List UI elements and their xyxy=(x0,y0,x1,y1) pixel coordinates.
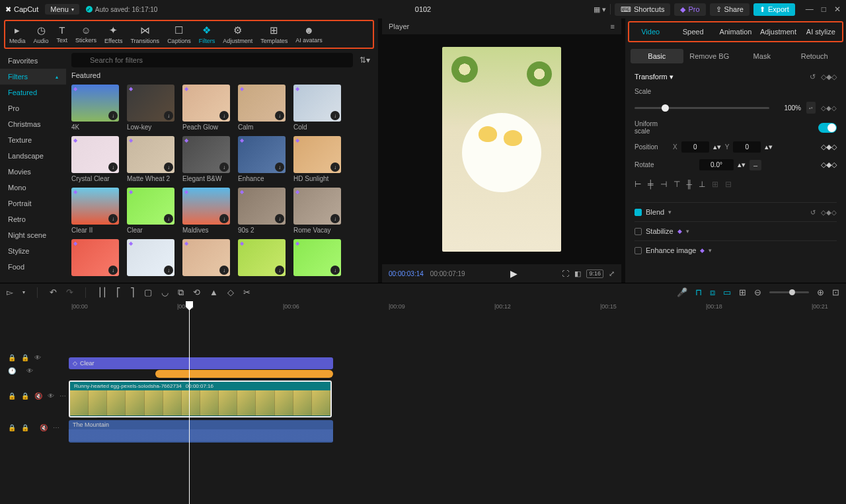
prop-tab-animation[interactable]: Animation xyxy=(714,22,757,41)
export-button[interactable]: ⬆ Export xyxy=(753,3,795,16)
filter-item[interactable]: ◆↓ xyxy=(182,239,230,276)
filter-item[interactable]: ◆↓Cold xyxy=(293,85,341,131)
tab-templates[interactable]: ⊞Templates xyxy=(256,23,291,46)
app-logo[interactable]: ✖CapCut xyxy=(5,5,38,14)
fit-icon[interactable]: ⊡ xyxy=(832,287,839,297)
undo-icon[interactable]: ↶ xyxy=(50,287,57,297)
align-right-icon[interactable]: ⊣ xyxy=(660,180,667,189)
filter-item[interactable]: ◆↓ xyxy=(127,239,174,276)
filter-item[interactable]: ◆↓ xyxy=(238,239,286,276)
prop-tab-adjustment[interactable]: Adjustment xyxy=(757,22,799,41)
position-x-input[interactable] xyxy=(681,141,709,153)
pos-x-spinner[interactable]: ▴▾ xyxy=(713,143,721,151)
align-center-h-icon[interactable]: ╪ xyxy=(648,180,654,189)
clip-audio[interactable]: The Mountain xyxy=(69,420,333,443)
minimize-icon[interactable]: — xyxy=(806,5,814,14)
filter-item[interactable]: ◆↓4K xyxy=(71,85,119,131)
tab-filters[interactable]: ❖Filters xyxy=(195,23,219,46)
cat-pro[interactable]: Pro xyxy=(0,100,66,116)
mirror-icon[interactable]: ▲ xyxy=(210,287,218,297)
tab-effects[interactable]: ✦Effects xyxy=(100,23,126,46)
clip-filter[interactable]: ◇Clear xyxy=(69,357,333,369)
track-controls-2[interactable]: 🕐👁 xyxy=(0,364,66,377)
cat-mono[interactable]: Mono xyxy=(0,180,66,196)
crop-icon[interactable]: ✂ xyxy=(243,287,250,297)
sub-tab-mask[interactable]: Mask xyxy=(736,49,788,63)
tab-text[interactable]: TText xyxy=(53,23,72,46)
tab-captions[interactable]: ☐Captions xyxy=(163,23,195,46)
filter-item[interactable]: ◆↓90s 2 xyxy=(238,188,286,234)
blend-checkbox[interactable] xyxy=(634,209,642,216)
scale-keyframe[interactable]: ◇◆◇ xyxy=(821,104,837,112)
filter-item[interactable]: ◆↓ xyxy=(71,239,119,276)
enhance-checkbox[interactable] xyxy=(634,247,642,254)
select-tool-icon[interactable]: ▻ xyxy=(7,287,13,297)
close-icon[interactable]: ✕ xyxy=(834,5,841,14)
split-icon[interactable]: ⎮⎮ xyxy=(98,287,107,297)
fullscreen-icon[interactable]: ⛶ xyxy=(562,270,569,278)
clip-adjustment[interactable] xyxy=(155,370,333,378)
expand-icon[interactable]: ⤢ xyxy=(609,270,615,278)
filter-item[interactable]: ◆↓Enhance xyxy=(238,136,286,182)
zoom-slider[interactable] xyxy=(769,291,809,293)
blend-reset-icon[interactable]: ↺ xyxy=(810,209,816,216)
preview-icon[interactable]: ▭ xyxy=(723,287,731,297)
cat-retro[interactable]: Retro xyxy=(0,211,66,227)
playhead[interactable] xyxy=(189,301,190,504)
sub-tab-retouch[interactable]: Retouch xyxy=(788,49,841,63)
cat-food[interactable]: Food xyxy=(0,259,66,275)
search-input[interactable] xyxy=(71,53,353,67)
cat-favorites[interactable]: Favorites xyxy=(0,53,66,69)
link-icon[interactable]: ⧈ xyxy=(710,287,715,298)
zoom-in-icon[interactable]: ⊕ xyxy=(817,287,824,297)
cat-stylize[interactable]: Stylize xyxy=(0,243,66,259)
layout-icon[interactable]: ▦ ▾ xyxy=(594,5,606,14)
magnet-icon[interactable]: ⊓ xyxy=(695,287,702,297)
align-top-icon[interactable]: ⊤ xyxy=(673,180,680,189)
reset-icon[interactable]: ↺ xyxy=(810,73,816,81)
track-controls-video[interactable]: 🔒🔒🔇👁⋯ xyxy=(0,389,66,402)
cat-landscape[interactable]: Landscape xyxy=(0,148,66,164)
reverse-icon[interactable]: ⟲ xyxy=(193,287,200,297)
maximize-icon[interactable]: □ xyxy=(822,5,826,14)
timeline-tracks[interactable]: |00:00|00:03|00:06|00:09|00:12|00:15|00:… xyxy=(66,301,846,504)
rotate-spinner[interactable]: ▴▾ xyxy=(738,161,746,169)
prop-tab-speed[interactable]: Speed xyxy=(672,22,714,41)
rotate-keyframe[interactable]: ◇◆◇ xyxy=(821,161,837,169)
sort-button[interactable]: ⇅▾ xyxy=(357,55,373,65)
align-left-icon[interactable]: ⊢ xyxy=(634,180,641,189)
prop-tab-ai-stylize[interactable]: AI stylize xyxy=(800,22,842,41)
cat-portrait[interactable]: Portrait xyxy=(0,196,66,211)
track-controls-audio[interactable]: 🔒🔒🔇⋯ xyxy=(0,421,66,434)
pro-button[interactable]: ◆ Pro xyxy=(674,3,705,16)
clip-video[interactable]: Runny-hearted egg-pexels-solodsha-766273… xyxy=(69,380,332,417)
filter-item[interactable]: ◆↓Matte Wheat 2 xyxy=(127,136,174,182)
align-center-v-icon[interactable]: ╫ xyxy=(687,180,693,189)
filter-item[interactable]: ◆↓Rome Vacay xyxy=(293,188,341,234)
tab-ai-avatars[interactable]: ☻AI avatars xyxy=(291,23,327,46)
tab-audio[interactable]: ◷Audio xyxy=(30,23,53,46)
cat-christmas[interactable]: Christmas xyxy=(0,116,66,132)
filter-item[interactable]: ◆↓Calm xyxy=(238,85,286,131)
player-viewport[interactable] xyxy=(382,34,621,264)
mirror-button[interactable]: – xyxy=(750,160,761,170)
rotate-input[interactable] xyxy=(699,159,734,170)
scale-slider[interactable] xyxy=(634,107,769,109)
zoom-out-icon[interactable]: ⊖ xyxy=(754,287,761,297)
keyframe-icon[interactable]: ◇◆◇ xyxy=(821,73,837,81)
filter-item[interactable]: ◆↓Peach Glow xyxy=(182,85,230,131)
cat-featured[interactable]: Featured xyxy=(0,85,66,100)
tab-media[interactable]: ▸Media xyxy=(5,23,30,46)
share-button[interactable]: ⇪ Share xyxy=(710,3,750,16)
track-controls-1[interactable]: 🔒🔒👁 xyxy=(0,351,66,364)
rotate-icon[interactable]: ◇ xyxy=(227,287,234,297)
play-button[interactable]: ▶ xyxy=(510,268,518,279)
shortcuts-button[interactable]: ⌨ Shortcuts xyxy=(615,3,670,16)
delete-left-icon[interactable]: ⎡ xyxy=(116,287,121,297)
tab-adjustment[interactable]: ⚙Adjustment xyxy=(219,23,256,46)
redo-icon[interactable]: ↷ xyxy=(66,287,73,297)
cat-night-scene[interactable]: Night scene xyxy=(0,227,66,243)
uniform-scale-toggle[interactable] xyxy=(818,123,837,133)
compare-icon[interactable]: ◧ xyxy=(574,270,581,278)
filter-item[interactable]: ◆↓Clear xyxy=(127,188,174,234)
